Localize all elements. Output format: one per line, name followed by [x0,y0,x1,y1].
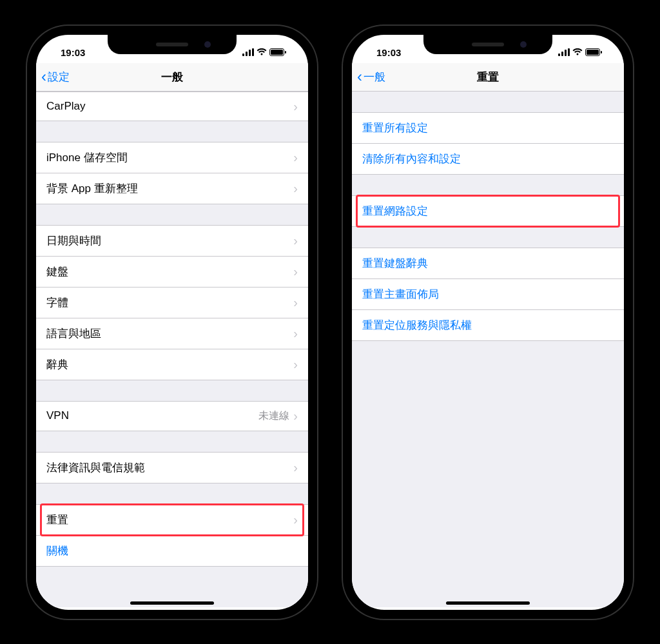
screen-body-reset[interactable]: 重置所有設定清除所有內容和設定重置網路設定重置鍵盤辭典重置主畫面佈局重置定位服務… [352,92,624,607]
row-label: 辭典 [46,357,68,372]
settings-row[interactable]: CarPlay› [36,92,308,121]
wifi-icon [257,47,267,58]
row-label: 關機 [46,543,68,558]
settings-row[interactable]: 清除所有內容和設定 [352,143,624,175]
settings-row[interactable]: 重置鍵盤辭典 [352,248,624,278]
svg-rect-0 [242,54,244,56]
row-label: 字體 [46,295,68,310]
back-button[interactable]: ‹ 一般 [357,69,385,84]
row-label: 重置主畫面佈局 [362,287,439,302]
settings-row[interactable]: 字體› [36,287,308,318]
svg-rect-6 [285,51,286,54]
chevron-right-icon: › [293,265,298,278]
notch [423,35,552,54]
settings-row[interactable]: 重置網路設定 [352,195,624,227]
row-label: 重置鍵盤辭典 [362,256,428,271]
settings-row[interactable]: 背景 App 重新整理› [36,173,308,204]
chevron-right-icon: › [293,327,298,340]
settings-row[interactable]: 關機 [36,535,308,567]
settings-group: 法律資訊與電信規範› [36,452,308,483]
chevron-right-icon: › [293,151,298,164]
chevron-right-icon: › [293,100,298,113]
chevron-left-icon: ‹ [41,69,46,84]
chevron-right-icon: › [293,409,298,422]
row-label: 語言與地區 [46,326,101,341]
row-label: 鍵盤 [46,264,68,279]
battery-icon [269,47,286,58]
back-button[interactable]: ‹ 設定 [41,69,70,84]
settings-group: 日期與時間›鍵盤›字體›語言與地區›辭典› [36,225,308,380]
highlight-box [40,503,304,536]
chevron-right-icon: › [293,296,298,309]
svg-rect-12 [587,50,599,55]
row-label: 重置定位服務與隱私權 [362,318,472,333]
svg-rect-7 [558,54,560,56]
chevron-right-icon: › [293,513,298,526]
svg-rect-8 [561,52,563,56]
status-time: 19:03 [371,47,401,58]
chevron-right-icon: › [293,182,298,195]
settings-row[interactable]: 語言與地區› [36,318,308,349]
chevron-right-icon: › [293,234,298,247]
row-label: CarPlay [46,100,85,113]
settings-row[interactable]: 法律資訊與電信規範› [36,452,308,483]
settings-group: iPhone 儲存空間›背景 App 重新整理› [36,142,308,204]
back-label: 一般 [364,70,385,84]
signal-icon [242,47,254,58]
svg-rect-13 [601,51,602,54]
svg-rect-3 [252,48,254,56]
chevron-left-icon: ‹ [357,69,362,84]
row-detail: 未連線 [258,409,289,423]
chevron-right-icon: › [293,461,298,474]
settings-row[interactable]: 重置定位服務與隱私權 [352,309,624,341]
settings-row[interactable]: 重置› [36,504,308,535]
nav-bar: ‹ 設定 一般 [36,63,308,92]
row-label: 重置 [46,512,68,527]
notch [108,35,237,54]
home-indicator[interactable] [446,601,530,605]
settings-row[interactable]: VPN未連線› [36,401,308,431]
chevron-right-icon: › [293,358,298,371]
svg-rect-2 [249,50,251,56]
status-time: 19:03 [55,47,85,58]
home-indicator[interactable] [130,601,214,605]
status-indicators [242,47,289,58]
svg-rect-5 [271,50,283,55]
settings-group: VPN未連線› [36,401,308,431]
svg-rect-10 [568,48,570,56]
row-label: 法律資訊與電信規範 [46,460,145,475]
phone-reset: 19:03 ‹ 一般 重置 重置所有設定清除所有內容和設定重置網路設定重置鍵盤辭… [343,26,633,619]
row-label: 背景 App 重新整理 [46,181,138,196]
settings-row[interactable]: 辭典› [36,349,308,380]
row-label: 重置所有設定 [362,121,428,135]
battery-icon [585,47,602,58]
page-title: 重置 [477,70,499,84]
settings-row[interactable]: 鍵盤› [36,256,308,287]
svg-rect-1 [246,52,248,56]
svg-rect-9 [565,50,567,56]
wifi-icon [572,47,583,58]
row-label: 日期與時間 [46,233,101,248]
settings-group: 重置鍵盤辭典重置主畫面佈局重置定位服務與隱私權 [352,248,624,341]
settings-group: 重置›關機 [36,504,308,567]
row-label: 重置網路設定 [362,204,428,219]
settings-group: CarPlay› [36,92,308,121]
page-title: 一般 [161,70,183,84]
back-label: 設定 [48,70,70,84]
settings-row[interactable]: 重置主畫面佈局 [352,278,624,309]
settings-row[interactable]: iPhone 儲存空間› [36,142,308,173]
row-label: iPhone 儲存空間 [46,150,128,165]
settings-row[interactable]: 重置所有設定 [352,112,624,143]
row-label: VPN [46,409,69,422]
settings-group: 重置所有設定清除所有內容和設定 [352,112,624,175]
status-indicators [558,47,605,58]
signal-icon [558,47,570,58]
phone-general: 19:03 ‹ 設定 一般 CarPlay›iPhone 儲存空間›背景 App… [27,26,317,619]
settings-row[interactable]: 日期與時間› [36,225,308,256]
nav-bar: ‹ 一般 重置 [352,63,624,92]
screen-body-general[interactable]: CarPlay›iPhone 儲存空間›背景 App 重新整理›日期與時間›鍵盤… [36,92,308,607]
row-label: 清除所有內容和設定 [362,151,461,166]
settings-group: 重置網路設定 [352,195,624,227]
